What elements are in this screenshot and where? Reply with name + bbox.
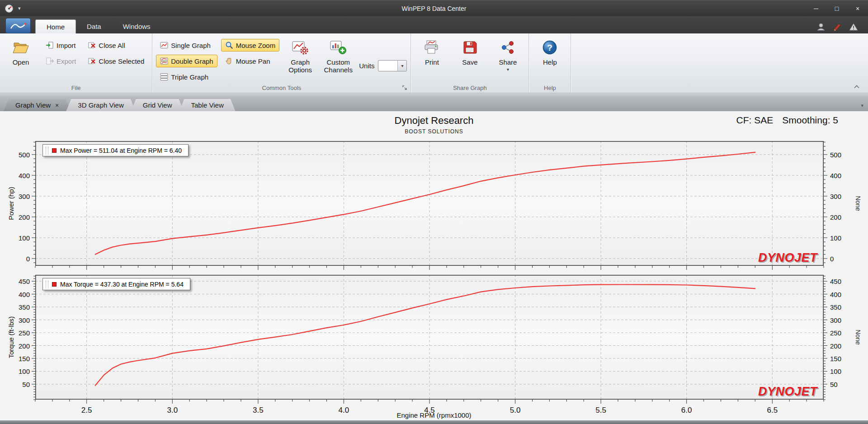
y-tick-label: 100	[19, 367, 30, 375]
minimize-button[interactable]: ─	[806, 0, 826, 16]
tab-graph-view-label: Graph View	[15, 101, 51, 109]
printer-icon	[422, 38, 441, 57]
power-legend[interactable]: Max Power = 511.04 at Engine RPM = 6.40	[42, 144, 189, 156]
save-button[interactable]: Save	[453, 36, 487, 66]
tab-grid-view-label: Grid View	[143, 101, 172, 109]
help-button-label: Help	[543, 58, 557, 66]
winpep-window: ▾ WinPEP 8 Data Center ─ □ × Home Data W…	[0, 0, 868, 424]
close-selected-button-label: Close Selected	[99, 57, 144, 65]
units-control: Units ▾	[359, 60, 407, 71]
graph-header: Dynojet Research BOOST SOLUTIONS CF: SAE…	[0, 114, 868, 139]
power-chart[interactable]: Max Power = 511.04 at Engine RPM = 6.40 …	[35, 141, 824, 266]
single-graph-button[interactable]: Single Graph	[156, 39, 217, 52]
style-brush-icon[interactable]	[833, 23, 842, 31]
maximize-button[interactable]: □	[826, 0, 847, 16]
tab-3d-graph-view-label: 3D Graph View	[78, 101, 123, 109]
mouse-zoom-button[interactable]: Mouse Zoom	[221, 39, 280, 52]
graph-options-button[interactable]: Graph Options	[283, 36, 317, 75]
quick-access-toolbar: ▾	[0, 4, 21, 13]
cf-label: CF: SAE	[736, 115, 774, 126]
torque-legend[interactable]: Max Torque = 437.30 at Engine RPM = 5.64	[42, 278, 190, 290]
help-button[interactable]: ? Help	[533, 36, 567, 66]
y-tick-label: 350	[19, 303, 30, 311]
open-folder-icon	[11, 38, 30, 57]
ribbon-group-common-tools: Single Graph Double Graph	[152, 33, 411, 93]
open-button-label: Open	[13, 58, 29, 66]
ribbon-tab-data[interactable]: Data	[76, 19, 112, 33]
qat-customize-caret[interactable]: ▾	[18, 5, 21, 11]
custom-channels-button[interactable]: Custom Channels	[321, 36, 355, 75]
units-dropdown-caret-icon[interactable]: ▾	[397, 61, 406, 71]
close-all-button[interactable]: Close All	[84, 39, 148, 52]
y-tick-label-right: 400	[830, 290, 841, 298]
y-tick-label-right: 50	[830, 380, 838, 388]
share-nodes-icon	[498, 38, 517, 57]
warning-icon[interactable]	[849, 23, 858, 31]
dynojet-watermark: DYNOJET	[758, 251, 817, 265]
torque-chart[interactable]: Max Torque = 437.30 at Engine RPM = 5.64…	[35, 275, 824, 400]
power-legend-text: Max Power = 511.04 at Engine RPM = 6.40	[60, 147, 182, 154]
export-button-label: Export	[57, 57, 76, 65]
y-tick-label: 500	[19, 151, 30, 158]
tab-overflow-caret-icon[interactable]: ▾	[861, 103, 863, 108]
export-icon	[46, 57, 54, 65]
units-dropdown[interactable]: ▾	[378, 60, 407, 71]
print-button[interactable]: Print	[415, 36, 449, 66]
tab-grid-view[interactable]: Grid View	[131, 99, 184, 111]
graph-options-label: Graph Options	[283, 58, 317, 74]
tab-3d-graph-view[interactable]: 3D Graph View	[66, 99, 135, 111]
close-button[interactable]: ×	[847, 0, 868, 16]
torque-axis-label: Torque (ft-lbs)	[7, 316, 15, 358]
mouse-pan-button[interactable]: Mouse Pan	[221, 55, 280, 67]
graph-options-gear-icon	[291, 38, 310, 57]
tab-close-icon[interactable]: ×	[55, 102, 59, 108]
y-tick-label: 250	[19, 329, 30, 337]
tab-table-view-label: Table View	[191, 101, 224, 109]
help-question-icon: ?	[540, 38, 559, 57]
units-label: Units	[359, 62, 374, 70]
chevron-up-icon	[854, 85, 859, 89]
y-tick-label-right: 450	[830, 278, 841, 285]
winpep-logo-icon	[9, 20, 27, 31]
smoothing-label: Smoothing: 5	[782, 115, 838, 126]
window-bottom-edge	[0, 420, 868, 424]
double-graph-button[interactable]: Double Graph	[156, 55, 217, 67]
share-dropdown-caret-icon[interactable]: ▾	[507, 67, 509, 72]
ribbon-tab-windows[interactable]: Windows	[112, 19, 161, 33]
import-button-label: Import	[57, 42, 76, 49]
ribbon-tab-row: Home Data Windows	[0, 16, 868, 33]
save-button-label: Save	[462, 58, 477, 66]
legend-grip-icon	[46, 280, 48, 288]
dynojet-watermark: DYNOJET	[758, 385, 817, 399]
y-tick-label: 50	[22, 380, 30, 388]
y-tick-label: 300	[19, 316, 30, 324]
y-tick-label: 0	[26, 254, 30, 262]
triple-graph-button[interactable]: Triple Graph	[156, 71, 217, 83]
custom-channels-plus-icon	[329, 38, 348, 57]
common-tools-dialog-launcher[interactable]	[401, 85, 408, 91]
y-tick-label-right: 100	[830, 234, 841, 241]
share-button[interactable]: Share ▾	[491, 36, 525, 73]
titlebar-right-icons	[816, 23, 868, 31]
open-button[interactable]: Open	[4, 36, 38, 66]
ribbon-tab-home[interactable]: Home	[35, 19, 76, 33]
y-tick-label-right: 200	[830, 213, 841, 221]
power-series-swatch	[52, 148, 57, 153]
y-tick-label-right: 250	[830, 329, 841, 337]
export-button[interactable]: Export	[42, 55, 80, 67]
y-tick-label-right: 300	[830, 316, 841, 324]
ribbon-collapse-button[interactable]	[852, 83, 862, 91]
tab-graph-view[interactable]: Graph View ×	[4, 99, 71, 111]
y-tick-label: 400	[19, 290, 30, 298]
tab-table-view[interactable]: Table View	[179, 99, 236, 111]
application-menu-button[interactable]	[5, 18, 31, 33]
power-right-axis-label: None	[854, 196, 862, 211]
user-account-icon[interactable]	[816, 23, 826, 31]
y-tick-label-right: 0	[830, 254, 834, 262]
close-selected-button[interactable]: Close Selected	[84, 55, 148, 67]
torque-legend-text: Max Torque = 437.30 at Engine RPM = 5.64	[60, 281, 184, 288]
share-graph-group-label: Share Graph	[415, 83, 525, 93]
import-button[interactable]: Import	[42, 39, 80, 52]
y-tick-label-right: 350	[830, 303, 841, 311]
app-icon	[5, 4, 14, 13]
